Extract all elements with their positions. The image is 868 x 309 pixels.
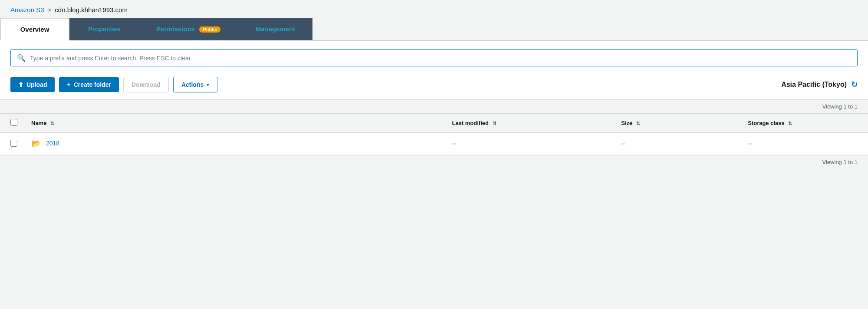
header-storage-class: Storage class ⇅ (741, 114, 868, 133)
chevron-down-icon: ▾ (207, 82, 209, 88)
table-wrapper: Viewing 1 to 1 Name ⇅ Last modified ⇅ (0, 99, 868, 169)
upload-icon: ⬆ (18, 81, 23, 88)
table-header-row: Name ⇅ Last modified ⇅ Size ⇅ Storage cl… (0, 114, 868, 133)
folder-name-link[interactable]: 2018 (46, 140, 59, 147)
search-wrapper: 🔍 (0, 41, 868, 73)
plus-icon: + (67, 81, 70, 88)
size-sort-icon[interactable]: ⇅ (636, 121, 640, 126)
search-icon: 🔍 (17, 54, 26, 62)
refresh-icon[interactable]: ↻ (851, 80, 858, 89)
breadcrumb-current-bucket: cdn.blog.khhan1993.com (55, 6, 128, 13)
header-checkbox-cell (0, 114, 24, 133)
viewing-count-bottom: Viewing 1 to 1 (0, 155, 868, 169)
storage-class-sort-icon[interactable]: ⇅ (788, 121, 792, 126)
toolbar: ⬆ Upload + Create folder Download Action… (0, 73, 868, 99)
row-checkbox[interactable] (10, 140, 17, 147)
row-storage-class-cell: -- (741, 133, 868, 155)
row-size-cell: -- (614, 133, 741, 155)
tab-properties[interactable]: Properties (69, 18, 139, 40)
select-all-checkbox[interactable] (10, 119, 17, 126)
table-row: 📂 2018 -- -- -- (0, 133, 868, 155)
breadcrumb: Amazon S3 > cdn.blog.khhan1993.com (0, 0, 868, 18)
breadcrumb-separator: > (48, 6, 52, 13)
tab-overview[interactable]: Overview (0, 18, 69, 41)
folder-icon: 📂 (31, 139, 41, 148)
permissions-badge: Public (199, 26, 220, 33)
create-folder-button[interactable]: + Create folder (59, 77, 119, 92)
objects-table: Name ⇅ Last modified ⇅ Size ⇅ Storage cl… (0, 114, 868, 155)
row-name-cell: 📂 2018 (24, 133, 445, 155)
content-area: 🔍 ⬆ Upload + Create folder Download Acti… (0, 41, 868, 169)
header-size: Size ⇅ (614, 114, 741, 133)
search-bar-container: 🔍 (10, 49, 858, 66)
region-label: Asia Pacific (Tokyo) ↻ (781, 80, 858, 89)
breadcrumb-s3-link[interactable]: Amazon S3 (10, 6, 44, 13)
actions-button[interactable]: Actions ▾ (173, 77, 217, 92)
header-last-modified: Last modified ⇅ (445, 114, 614, 133)
viewing-count-top: Viewing 1 to 1 (0, 100, 868, 114)
tab-management[interactable]: Management (238, 18, 312, 40)
tabs-row: Overview Properties Permissions Public M… (0, 18, 868, 41)
name-sort-icon[interactable]: ⇅ (50, 121, 54, 126)
tab-permissions[interactable]: Permissions Public (139, 18, 238, 40)
download-button[interactable]: Download (123, 77, 169, 92)
header-name: Name ⇅ (24, 114, 445, 133)
row-checkbox-cell (0, 133, 24, 155)
last-modified-sort-icon[interactable]: ⇅ (493, 121, 496, 126)
upload-button[interactable]: ⬆ Upload (10, 77, 55, 92)
search-input[interactable] (30, 55, 851, 62)
row-last-modified-cell: -- (445, 133, 614, 155)
